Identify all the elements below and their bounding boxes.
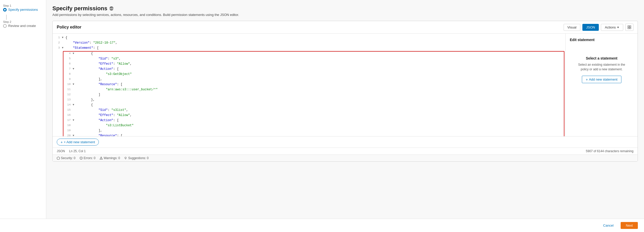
editor-body: 1▼{ 2 "Version": "2012-10-17", 3▼ "State… xyxy=(53,34,638,136)
code-line-16: 16 "Effect": "Allow", xyxy=(63,113,564,118)
info-icon[interactable]: info xyxy=(109,6,113,11)
actions-button[interactable]: Actions ▼ xyxy=(601,24,623,31)
code-line-1: 1▼{ xyxy=(53,36,565,41)
right-panel: Edit statement Select a statement Select… xyxy=(566,34,638,136)
policy-editor-title: Policy editor xyxy=(57,25,81,30)
step-connector xyxy=(6,15,7,20)
sidebar: Step 1 Specify permissions Step 2 Review… xyxy=(0,0,46,232)
page-title: Specify permissions xyxy=(52,5,107,12)
error-icon xyxy=(80,157,83,160)
add-new-statement-panel-button[interactable]: + Add new statement xyxy=(582,76,621,83)
status-left: JSON Ln 25, Col 1 xyxy=(57,149,86,153)
warning-icon xyxy=(100,157,103,160)
editor-footer: + + Add new statement xyxy=(53,136,638,148)
plus-icon-footer: + xyxy=(61,140,63,144)
code-line-7: 7▼ "Action": [ xyxy=(63,67,564,72)
warnings-status: Warnings: 0 xyxy=(100,156,120,160)
security-status: Security: 0 xyxy=(57,156,75,160)
code-line-9: 9 ], xyxy=(63,77,564,82)
status-right: 5907 of 6144 characters remaining xyxy=(586,149,633,153)
bottom-bar: Cancel Next xyxy=(0,219,644,232)
policy-editor: Policy editor Visual JSON Actions ▼ xyxy=(52,21,638,162)
plus-icon: + xyxy=(586,78,588,81)
status-position: Ln 25, Col 1 xyxy=(69,149,86,153)
code-area[interactable]: 1▼{ 2 "Version": "2012-10-17", 3▼ "State… xyxy=(53,34,566,136)
code-line-15: 15 "Sid": "s3list", xyxy=(63,108,564,113)
step-2-circle xyxy=(3,24,7,28)
step-2-label: Step 2 xyxy=(3,20,43,23)
grid-view-button[interactable] xyxy=(625,24,633,31)
tab-visual[interactable]: Visual xyxy=(564,24,580,31)
svg-rect-3 xyxy=(630,27,631,29)
svg-rect-1 xyxy=(630,26,631,27)
code-line-8: 8 "s3:GetObject" xyxy=(63,72,564,77)
tab-json[interactable]: JSON xyxy=(582,24,599,31)
step-1-name[interactable]: Specify permissions xyxy=(3,8,43,12)
suggestions-label: Suggestions: 0 xyxy=(128,156,148,160)
code-line-3: 3▼ "Statement": [ xyxy=(53,46,565,51)
code-line-14: 14▼ { xyxy=(63,103,564,108)
code-line-4: 4▼ { xyxy=(63,52,564,57)
editor-header-right: Visual JSON Actions ▼ xyxy=(564,24,633,31)
errors-status: Errors: 0 xyxy=(80,156,96,160)
security-label: Security: 0 xyxy=(61,156,75,160)
add-statement-label: + Add new statement xyxy=(64,140,95,144)
code-line-13: 13 }, xyxy=(63,98,564,103)
select-statement-heading: Select a statement xyxy=(574,56,629,60)
validation-bar: Security: 0 Errors: 0 Warnings: 0 Sugges… xyxy=(53,154,638,161)
code-line-2: 2 "Version": "2012-10-17", xyxy=(53,41,565,46)
code-line-10: 10▼ "Resource": [ xyxy=(63,82,564,88)
code-line-5: 5 "Sid": "s3", xyxy=(63,57,564,62)
shield-icon xyxy=(57,157,60,160)
step-1-circle xyxy=(3,8,7,12)
svg-point-8 xyxy=(101,159,101,159)
grid-icon xyxy=(628,25,631,29)
step-1-label: Step 1 xyxy=(3,4,43,7)
select-statement-area: Select a statement Select an existing st… xyxy=(570,46,633,93)
code-line-19: 19 ], xyxy=(63,129,564,134)
add-new-statement-panel-label: Add new statement xyxy=(589,78,617,81)
status-format: JSON xyxy=(57,149,65,153)
highlight-block-1: 4▼ { 5 "Sid": "s3", 6 "Effect": "Allow",… xyxy=(63,51,564,136)
main-content: Specify permissions info Add permissions… xyxy=(46,0,644,232)
caret-down-icon: ▼ xyxy=(617,26,619,29)
code-line-20: 20▼ "Resource": [ xyxy=(63,134,564,136)
edit-statement-title: Edit statement xyxy=(570,38,633,42)
warnings-label: Warnings: 0 xyxy=(104,156,120,160)
policy-editor-header: Policy editor Visual JSON Actions ▼ xyxy=(53,21,638,34)
svg-point-9 xyxy=(125,157,126,159)
step-1-item: Step 1 Specify permissions xyxy=(3,4,43,12)
svg-rect-2 xyxy=(628,27,629,29)
suggestions-status: Suggestions: 0 xyxy=(124,156,148,160)
code-line-18: 18 "s3:ListBucket" xyxy=(63,123,564,129)
next-button[interactable]: Next xyxy=(621,222,638,229)
svg-rect-0 xyxy=(628,26,629,27)
cancel-button[interactable]: Cancel xyxy=(599,222,618,229)
status-bar: JSON Ln 25, Col 1 5907 of 6144 character… xyxy=(53,148,638,154)
page-subtitle: Add permissions by selecting services, a… xyxy=(52,13,638,17)
code-line-11: 11 "arn:aws:s3:::user_bucket/*" xyxy=(63,88,564,93)
page-header: Specify permissions info Add permissions… xyxy=(52,5,638,17)
svg-point-6 xyxy=(81,159,81,159)
code-line-6: 6 "Effect": "Allow", xyxy=(63,62,564,67)
step-2-name: Review and create xyxy=(3,24,43,28)
step-2-item: Step 2 Review and create xyxy=(3,20,43,28)
errors-label: Errors: 0 xyxy=(84,156,96,160)
code-line-17: 17▼ "Action": [ xyxy=(63,118,564,123)
select-statement-text: Select an existing statement in the poli… xyxy=(574,62,629,72)
pin-icon xyxy=(124,157,127,160)
add-new-statement-button[interactable]: + + Add new statement xyxy=(57,139,99,146)
code-line-12: 12 ] xyxy=(63,93,564,98)
